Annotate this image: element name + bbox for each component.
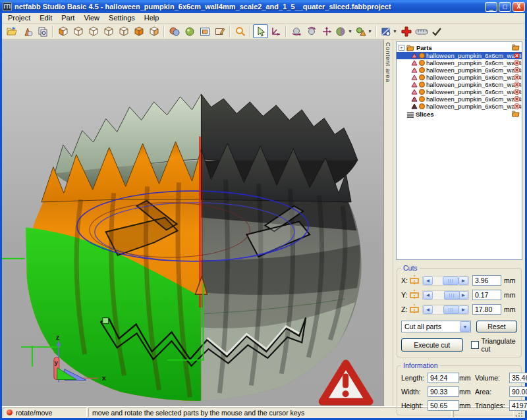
cut-z-value[interactable]: 17.80	[472, 304, 501, 315]
slider-right-arrow-icon[interactable]: ►	[458, 291, 468, 300]
menu-project[interactable]: Project	[3, 13, 35, 23]
cut-y-value[interactable]: 0.17	[472, 290, 501, 300]
menu-view[interactable]: View	[79, 13, 104, 23]
add-part-icon[interactable]	[20, 24, 35, 38]
remove-part-icon[interactable]	[514, 53, 520, 59]
select-cursor-icon[interactable]	[253, 24, 268, 38]
measure-icon[interactable]	[414, 24, 429, 38]
triangulate-checkbox[interactable]	[471, 341, 479, 349]
view-cube-top-icon[interactable]	[116, 24, 131, 38]
remove-part-icon[interactable]	[514, 60, 520, 66]
rotate-sphere-icon[interactable]	[289, 24, 304, 38]
reset-button[interactable]: Reset	[476, 321, 517, 332]
view-cube-right-icon[interactable]	[101, 24, 116, 38]
open-project-icon[interactable]	[5, 24, 20, 38]
slider-left-arrow-icon[interactable]: ◄	[423, 305, 433, 314]
move-axes-icon[interactable]	[319, 24, 334, 38]
cut-mode-select[interactable]: Cut all parts ▼	[401, 321, 471, 332]
minimize-button[interactable]: _	[485, 2, 497, 12]
remove-part-icon[interactable]	[514, 82, 520, 88]
resize-grip[interactable]	[515, 407, 524, 417]
scene-view-icon[interactable]: ▼	[354, 24, 374, 38]
dropdown-arrow-icon[interactable]: ▼	[393, 29, 397, 34]
remove-part-icon[interactable]	[514, 96, 520, 102]
tree-item-part-3[interactable]: halloween_pumpkin_6x6cm_wall4mm_scale2 (…	[397, 66, 522, 74]
cut-plane-y-icon[interactable]	[409, 290, 420, 300]
boolean-spheres-icon[interactable]	[167, 24, 182, 38]
part-sphere-icon	[419, 96, 425, 102]
cut-x-thumb[interactable]	[443, 276, 458, 285]
view-cube-back-icon[interactable]	[86, 24, 101, 38]
part-label: halloween_pumpkin_6x6cm_wall4mm_scale2 (…	[426, 74, 522, 81]
remove-part-icon[interactable]	[514, 67, 520, 73]
part-mesh-icon	[411, 74, 418, 80]
menu-settings[interactable]: Settings	[104, 13, 140, 23]
cut-z-thumb[interactable]	[443, 305, 459, 314]
cut-y-thumb[interactable]	[444, 291, 460, 300]
slider-left-arrow-icon[interactable]: ◄	[423, 276, 433, 285]
view-cube-iso-icon[interactable]	[146, 24, 161, 38]
slider-left-arrow-icon[interactable]: ◄	[423, 291, 433, 300]
cut-plane-x-icon[interactable]	[409, 275, 420, 286]
rotate-axes-icon[interactable]	[268, 24, 283, 38]
edit-cube-icon[interactable]	[212, 24, 227, 38]
dropdown-arrow-icon[interactable]: ▼	[348, 29, 352, 34]
remove-part-icon[interactable]	[514, 89, 520, 95]
execute-cut-button[interactable]: Execute cut	[401, 338, 463, 352]
triangles-label: Triangles:	[475, 402, 509, 409]
toolbar-separator	[285, 26, 287, 38]
cut-x-value[interactable]: 3.96	[472, 275, 501, 286]
dropdown-arrow-icon[interactable]: ▼	[368, 29, 372, 34]
copy-parts-icon[interactable]	[35, 24, 50, 38]
cut-mode-row: Cut all parts ▼ Reset	[401, 321, 517, 332]
view-cube-solid-icon[interactable]	[131, 24, 146, 38]
tree-node-parts[interactable]: - Parts	[397, 43, 522, 52]
collapse-icon[interactable]: -	[399, 45, 404, 51]
view-cube-left-icon[interactable]	[55, 24, 70, 38]
tree-item-part-2[interactable]: halloween_pumpkin_6x6cm_wall4mm_scale2 (…	[397, 59, 522, 66]
cut-y-slider[interactable]: ◄ ►	[422, 290, 469, 300]
cut-z-slider[interactable]: ◄ ►	[422, 305, 469, 315]
area-value: 90.00	[509, 386, 527, 397]
triangulate-label: Triangulate cut	[482, 337, 518, 353]
framed-cube-icon[interactable]	[197, 24, 212, 38]
cut-z-track[interactable]	[433, 305, 458, 314]
length-label: Length:	[401, 374, 428, 382]
remove-part-icon[interactable]	[514, 103, 520, 109]
tree-item-part-4[interactable]: halloween_pumpkin_6x6cm_wall4mm_scale2 (…	[397, 74, 522, 81]
render-mode-icon[interactable]: ▼	[334, 24, 354, 38]
validate-icon[interactable]	[429, 24, 444, 38]
tree-item-part-5[interactable]: halloween_pumpkin_6x6cm_wall4mm_scale2 (…	[397, 81, 522, 88]
parts-menu-icon[interactable]	[512, 44, 520, 51]
tree-item-part-1[interactable]: halloween_pumpkin_6x6cm_wall4mm_scale2 (…	[397, 52, 522, 59]
repair-icon[interactable]	[399, 24, 414, 38]
tree-item-part-7[interactable]: halloween_pumpkin_6x6cm_wall4mm_scale2 (…	[397, 95, 522, 103]
shaded-sphere-icon[interactable]	[182, 24, 197, 38]
slices-root-label: Slices	[416, 111, 433, 118]
slice-tool-icon[interactable]: ▼	[379, 24, 399, 38]
slider-right-arrow-icon[interactable]: ►	[458, 276, 468, 285]
slices-menu-icon[interactable]	[512, 111, 520, 117]
menu-help[interactable]: Help	[140, 13, 164, 23]
maximize-button[interactable]: □	[499, 2, 511, 12]
tree-node-slices[interactable]: Slices	[397, 110, 522, 118]
cut-plane-z-icon[interactable]	[409, 304, 420, 315]
orbit-sphere-icon[interactable]	[304, 24, 319, 38]
height-unit: mm	[459, 402, 475, 409]
cuts-group: Cuts X: ◄ ► 3.96 mm Y: ◄	[397, 268, 522, 357]
tree-item-part-8[interactable]: halloween_pumpkin_6x6cm_wall4mm_scale2 (…	[397, 103, 522, 110]
cut-x-track[interactable]	[433, 276, 458, 285]
zoom-icon[interactable]	[233, 24, 248, 38]
remove-part-icon[interactable]	[514, 74, 520, 80]
view-cube-front-icon[interactable]	[70, 24, 86, 38]
cut-x-slider[interactable]: ◄ ►	[422, 276, 469, 286]
cut-y-track[interactable]	[433, 291, 458, 300]
content-area-tab[interactable]: Content area	[384, 39, 393, 406]
tree-item-part-6[interactable]: halloween_pumpkin_6x6cm_wall4mm_scale2 (…	[397, 88, 522, 95]
viewport-3d[interactable]: z x y	[2, 39, 384, 406]
menu-edit[interactable]: Edit	[35, 13, 57, 23]
close-button[interactable]: X	[513, 2, 525, 12]
slider-right-arrow-icon[interactable]: ►	[458, 305, 468, 314]
chevron-down-icon[interactable]: ▼	[460, 321, 470, 332]
menu-part[interactable]: Part	[57, 13, 79, 23]
